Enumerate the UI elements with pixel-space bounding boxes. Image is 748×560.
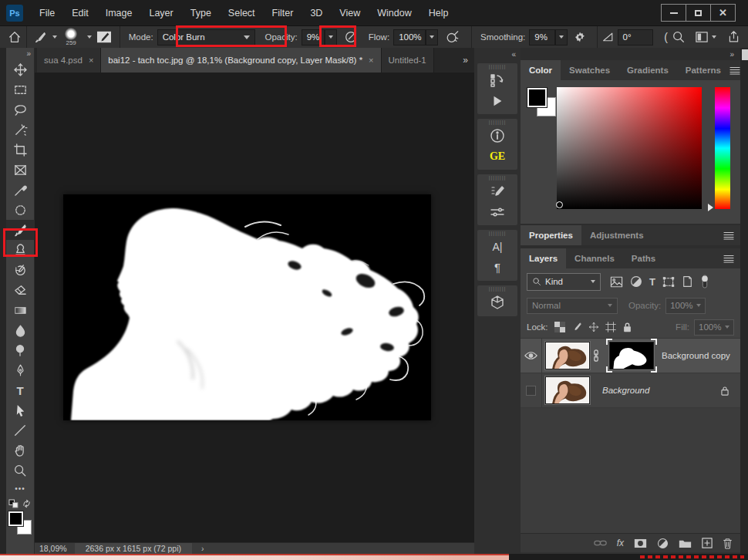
tab-color[interactable]: Color <box>521 60 561 80</box>
panel-menu-icon[interactable] <box>723 255 734 263</box>
menu-image[interactable]: Image <box>97 0 141 25</box>
filter-smart-objects-icon[interactable] <box>682 275 693 288</box>
canvas-viewport[interactable] <box>35 73 474 542</box>
tab-layers[interactable]: Layers <box>521 248 566 268</box>
menu-type[interactable]: Type <box>182 0 220 25</box>
brush-size-preview[interactable]: 259 <box>62 28 81 46</box>
lock-transparency-icon[interactable] <box>554 322 565 332</box>
chevron-down-icon[interactable] <box>87 35 92 39</box>
lock-artboard-icon[interactable] <box>605 322 616 332</box>
tab-properties[interactable]: Properties <box>521 225 581 245</box>
filter-shape-layers-icon[interactable] <box>662 276 675 288</box>
info-panel-button[interactable] <box>477 125 517 146</box>
menu-help[interactable]: Help <box>420 0 457 25</box>
layer-blend-mode-select[interactable]: Normal <box>527 298 618 314</box>
visibility-toggle[interactable] <box>521 339 542 373</box>
magic-wand-tool[interactable] <box>6 120 35 140</box>
crop-tool[interactable] <box>6 140 35 160</box>
mask-link-icon[interactable] <box>592 349 600 362</box>
path-select-tool[interactable] <box>6 400 35 420</box>
flow-input[interactable]: 100% <box>393 29 426 46</box>
smoothing-options-gear-icon[interactable] <box>574 31 586 43</box>
menu-view[interactable]: View <box>331 0 369 25</box>
filter-pixel-layers-icon[interactable] <box>610 276 623 288</box>
new-group-icon[interactable] <box>679 538 692 548</box>
search-icon[interactable] <box>672 30 686 44</box>
status-options-chevron[interactable]: › <box>192 544 214 553</box>
tab-adjustments[interactable]: Adjustments <box>581 225 652 245</box>
layer-row-background-copy[interactable]: Background copy <box>521 339 740 373</box>
hue-slider[interactable] <box>715 87 730 209</box>
doc-tab-sua4[interactable]: sua 4.psd × <box>37 48 101 73</box>
filtering-toggle-icon[interactable] <box>700 275 709 288</box>
airbrush-icon[interactable] <box>445 30 460 44</box>
menu-edit[interactable]: Edit <box>63 0 97 25</box>
chevron-down-icon[interactable] <box>52 35 57 39</box>
color-picker-cursor[interactable] <box>556 201 563 208</box>
dodge-tool[interactable] <box>6 340 35 360</box>
type-tool[interactable]: T <box>6 380 35 400</box>
layer-thumbnail[interactable] <box>545 342 590 369</box>
frame-tool[interactable] <box>6 160 35 180</box>
brush-tool-preset-icon[interactable] <box>34 31 47 44</box>
lock-all-icon[interactable] <box>622 322 632 332</box>
marquee-tool[interactable] <box>6 79 35 100</box>
brush-tool[interactable] <box>6 220 35 240</box>
tab-gradients[interactable]: Gradients <box>618 60 677 80</box>
zoom-tool[interactable] <box>6 460 35 481</box>
default-colors-icon[interactable] <box>8 499 19 508</box>
layer-thumbnail[interactable] <box>545 376 590 404</box>
spot-healing-brush-tool[interactable] <box>6 200 35 220</box>
delete-layer-icon[interactable] <box>723 538 733 549</box>
move-tool[interactable] <box>6 59 35 79</box>
filter-adjustment-layers-icon[interactable] <box>630 275 642 288</box>
zoom-level[interactable]: 18,09% <box>35 544 75 553</box>
hand-tool[interactable] <box>6 440 35 460</box>
menu-filter[interactable]: Filter <box>264 0 302 25</box>
brush-settings-panel-toggle-icon[interactable] <box>96 30 112 44</box>
menu-window[interactable]: Window <box>369 0 419 25</box>
doc-tab-bai12[interactable]: bai12 - tach toc.jpg @ 18,1% (Background… <box>101 48 381 73</box>
chevron-down-icon[interactable] <box>712 35 716 39</box>
layer-style-fx-icon[interactable]: fx <box>617 538 624 548</box>
menu-file[interactable]: File <box>31 0 63 25</box>
maximize-button[interactable] <box>686 4 711 22</box>
close-tab-icon[interactable]: × <box>89 56 93 65</box>
brush-angle-input[interactable]: 0° <box>618 29 654 46</box>
smoothing-dropdown[interactable] <box>555 29 568 46</box>
new-adjustment-layer-icon[interactable] <box>657 538 669 549</box>
eraser-tool[interactable] <box>6 280 35 300</box>
layer-filter-select[interactable]: Kind <box>527 273 601 291</box>
link-layers-icon[interactable] <box>594 539 607 547</box>
swap-colors-icon[interactable] <box>22 499 32 508</box>
grip-dots[interactable]: |||||||| <box>477 230 517 236</box>
brush-settings-panel-button[interactable] <box>477 180 517 201</box>
opacity-input[interactable]: 9% <box>302 29 325 46</box>
clone-stamp-tool[interactable] <box>6 240 35 260</box>
foreground-color-swatch[interactable] <box>8 511 23 526</box>
gradient-tool[interactable] <box>6 300 35 320</box>
visibility-toggle[interactable] <box>521 373 542 407</box>
minimize-button[interactable] <box>661 4 686 22</box>
history-panel-button[interactable] <box>477 69 517 90</box>
grip-dots[interactable]: |||||||| <box>477 174 517 180</box>
opacity-dropdown[interactable] <box>325 29 337 46</box>
doc-tab-untitled1[interactable]: Untitled-1 <box>382 48 434 73</box>
menu-select[interactable]: Select <box>220 0 264 25</box>
saturation-brightness-field[interactable] <box>557 87 702 209</box>
line-tool[interactable] <box>6 420 35 440</box>
grip-dots[interactable]: |||||||| <box>477 285 517 292</box>
hue-slider-handle[interactable] <box>708 204 713 211</box>
close-button[interactable]: ✕ <box>710 4 736 22</box>
grip-dots[interactable]: |||||||| <box>477 63 517 69</box>
edit-toolbar-ellipsis[interactable]: ••• <box>6 481 35 496</box>
lock-position-icon[interactable] <box>588 322 599 332</box>
tab-patterns[interactable]: Patterns <box>677 60 729 80</box>
flow-dropdown[interactable] <box>426 29 438 46</box>
pressure-opacity-icon[interactable] <box>344 30 358 44</box>
dock-collapse-icon[interactable]: « <box>511 50 516 59</box>
lock-pixels-icon[interactable] <box>571 322 582 332</box>
grip-dots[interactable]: |||||||| <box>477 119 517 125</box>
tab-overflow-icon[interactable]: » <box>457 48 474 73</box>
panel-menu-icon[interactable] <box>723 231 734 240</box>
